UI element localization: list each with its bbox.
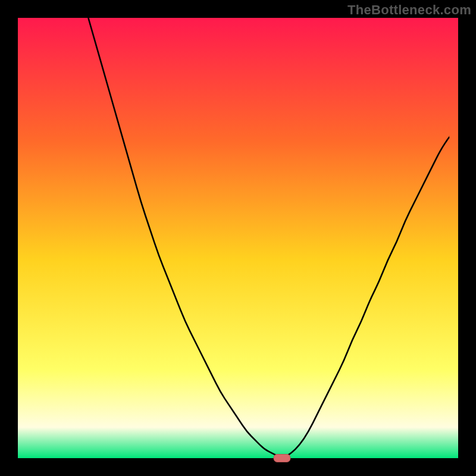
optimum-marker <box>274 455 290 462</box>
plot-area <box>18 18 458 458</box>
chart-frame: TheBottleneck.com <box>0 0 476 476</box>
watermark-text: TheBottleneck.com <box>347 2 471 18</box>
bottleneck-chart <box>0 0 476 476</box>
